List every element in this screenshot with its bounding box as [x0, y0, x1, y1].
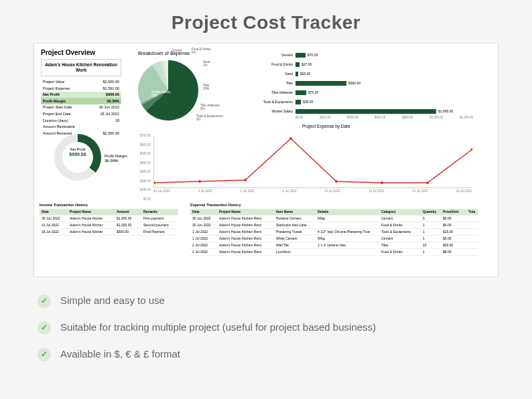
- stat-row: Project Value$2,500.00: [41, 79, 121, 86]
- feature-item: ✓Simple and easy to use: [38, 293, 498, 308]
- check-icon: ✓: [38, 348, 51, 362]
- income-title: Income Transaction History: [40, 203, 178, 208]
- expense-title: Expense Transaction History: [190, 203, 478, 208]
- table-header: DateProject NameItem NameDetailsCategory…: [190, 209, 478, 216]
- pie-label: Sand1%: [203, 60, 210, 68]
- income-table: Income Transaction History DateProject N…: [40, 203, 178, 256]
- project-name: Adam's House Kitchen Renovation Work: [41, 59, 121, 76]
- table-row: 2 Jul 2022Adam's House Kitchen RencWall …: [190, 242, 478, 249]
- table-row: 1 Jul 2022Adam's House Kitchen RencPlast…: [190, 229, 478, 236]
- svg-point-4: [335, 180, 338, 183]
- table-row: 2 Jul 2022Adam's House Kitchen RencLunch…: [190, 249, 478, 256]
- line-chart: $700.00$600.00$500.00$400.00$300.00$200.…: [135, 134, 476, 197]
- plot-area: [153, 136, 472, 188]
- svg-point-6: [426, 181, 429, 184]
- table-row: 1 Jul 2022Adam's House Kitchen RencWhite…: [190, 236, 478, 242]
- bar-axis: $0.00$200.00$400.00$600.00$800.00$1,000.…: [295, 116, 473, 119]
- bar-row: Tiles Adhesive$75.00: [255, 88, 476, 97]
- svg-point-3: [289, 137, 292, 140]
- bar-row: Tiles$360.00: [255, 78, 476, 88]
- pie-label: Food & Drinks2%: [192, 48, 211, 55]
- pie-label: Cement4%: [172, 49, 182, 56]
- stat-row: Project Expense$1,591.00: [41, 85, 121, 92]
- page-title: Project Cost Tracker: [34, 12, 498, 33]
- bar-row: Food & Drinks$27.00: [255, 60, 476, 69]
- bar-row: Cement$70.00: [255, 50, 476, 60]
- svg-point-1: [198, 180, 201, 183]
- bar-row: Tools & Equipments$39.00: [255, 97, 476, 106]
- expense-table: Expense Transaction History DateProject …: [190, 203, 478, 256]
- bar-chart: Cement$70.00Food & Drinks$27.00Sand$20.0…: [255, 50, 476, 119]
- table-row: 18 Jul 2022Adam's House Kitcher$500.00Fi…: [40, 229, 178, 236]
- donut-chart: Net Profit$909.00: [54, 134, 101, 181]
- stats-table: Project Value$2,500.00Project Expense$1,…: [41, 79, 121, 137]
- donut-text: Net Profit$909.00: [54, 147, 101, 157]
- table-row: 30 Jun 2022Adam's House Kitcher$1,000.00…: [40, 216, 178, 222]
- bar-row: Worker Salary$1,000.00: [255, 106, 476, 116]
- feature-item: ✓Suitable for tracking multiple project …: [38, 320, 498, 335]
- bar-row: Sand$20.00: [255, 69, 476, 78]
- profit-margin-label: Profit Margin36.36%: [105, 154, 127, 163]
- pie-label: Worker Salary63%: [151, 90, 170, 98]
- pie-label: Tiles23%: [203, 84, 209, 91]
- svg-point-2: [244, 179, 247, 181]
- line-chart-title: Project Expense by Date: [302, 124, 350, 129]
- table-row: 30 Jun 2022Adam's House Kitchen RencPort…: [190, 216, 478, 222]
- dashboard-card: Project Overview Adam's House Kitchen Re…: [34, 43, 498, 277]
- check-icon: ✓: [38, 321, 51, 335]
- stat-row: Project Start Date30 Jun 2022: [41, 104, 121, 111]
- x-axis: 30 Jun 20221 Jul 20222 Jul 20223 Jul 202…: [153, 189, 472, 193]
- stat-row: Project End Date18 Jul 2022: [41, 111, 121, 118]
- svg-point-0: [154, 181, 155, 184]
- stat-row: Net Profit$909.00: [41, 92, 121, 98]
- table-row: 10 Jul 2022Adam's House Kitcher$1,000.00…: [40, 222, 178, 229]
- stat-row: Profit Margin36.36%: [41, 98, 121, 104]
- y-axis: $700.00$600.00$500.00$400.00$300.00$200.…: [135, 134, 151, 206]
- stat-row: Amount Recievable: [41, 124, 121, 131]
- stat-row: Duration (days)18: [41, 117, 121, 124]
- svg-point-5: [381, 181, 383, 184]
- table-row: 30 Jun 2022Adam's House Kitchen RencStar…: [190, 222, 478, 229]
- pie-label: Tools & Equipments2%: [196, 114, 223, 122]
- feature-item: ✓Available in $, € & £ format: [38, 347, 498, 362]
- pie-label: Tiles Adhesive5%: [200, 104, 220, 111]
- feature-list: ✓Simple and easy to use✓Suitable for tra…: [34, 293, 498, 362]
- table-header: DateProject NameAmountRemarks: [40, 209, 178, 216]
- check-icon: ✓: [38, 295, 51, 308]
